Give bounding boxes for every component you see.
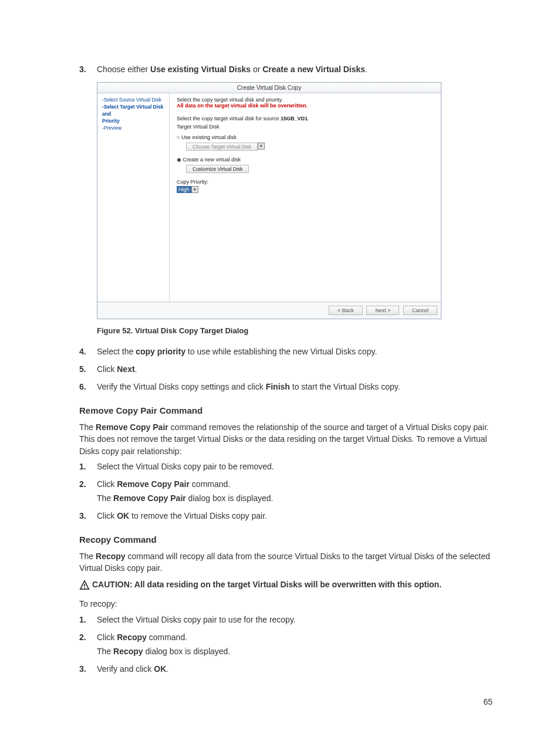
dialog-sidebar: -Select Source Virtual Disk -Select Targ… <box>97 93 170 302</box>
step-4: 4. Select the copy priority to use while… <box>79 347 492 356</box>
step-number: 2. <box>79 479 97 503</box>
step-text: Verify the Virtual Disks copy settings a… <box>97 382 492 391</box>
figure-caption: Figure 52. Virtual Disk Copy Target Dial… <box>97 326 492 335</box>
caution-text: CAUTION: All data residing on the target… <box>92 580 441 589</box>
next-button[interactable]: Next > <box>366 306 399 315</box>
sec2-step-1: 1. Select the Virtual Disks copy pair to… <box>79 615 492 624</box>
step-number: 6. <box>79 382 97 391</box>
step-text: Select the Virtual Disks copy pair to us… <box>97 615 492 624</box>
svg-point-1 <box>84 588 85 589</box>
dialog-main: Select the copy target virtual disk and … <box>170 93 441 302</box>
cancel-button[interactable]: Cancel <box>403 306 437 315</box>
step-number: 3. <box>79 65 97 74</box>
instruction-text: Select the copy target virtual disk and … <box>177 97 436 103</box>
sec2-step-2: 2. Click Recopy command. The Recopy dial… <box>79 633 492 656</box>
step-text: Click Remove Copy Pair command. The Remo… <box>97 479 492 503</box>
sec2-step-3: 3. Verify and click OK. <box>79 664 492 674</box>
step-number: 3. <box>79 664 97 674</box>
step-6: 6. Verify the Virtual Disks copy setting… <box>79 382 492 391</box>
dialog-title: Create Virtual Disk Copy <box>97 83 441 93</box>
step-3: 3. Choose either Use existing Virtual Di… <box>79 65 492 74</box>
paragraph: The Remove Copy Pair command removes the… <box>79 421 492 457</box>
sidebar-step-target: -Select Target Virtual Disk and Priority <box>102 104 167 125</box>
dialog-body: -Select Source Virtual Disk -Select Targ… <box>97 93 441 302</box>
caution-block: CAUTION: All data residing on the target… <box>79 580 492 592</box>
chevron-down-icon: ▾ <box>258 143 265 150</box>
sec1-step-2: 2. Click Remove Copy Pair command. The R… <box>79 479 492 503</box>
back-button[interactable]: < Back <box>329 306 363 315</box>
page-number: 65 <box>79 697 492 706</box>
step-text: Click Next. <box>97 364 492 374</box>
customize-vd-button[interactable]: Customize Virtual Disk <box>186 165 436 173</box>
choose-target-dropdown[interactable]: Choose Target Virtual Disk▾ <box>186 143 436 151</box>
copy-priority-label: Copy Priority: <box>177 179 436 185</box>
step-text: Choose either Use existing Virtual Disks… <box>97 65 492 74</box>
step-text: Select the Virtual Disks copy pair to be… <box>97 462 492 471</box>
chevron-down-icon: ▾ <box>191 186 198 193</box>
step-text: Click OK to remove the Virtual Disks cop… <box>97 511 492 520</box>
paragraph: To recopy: <box>79 598 492 610</box>
copy-priority-select[interactable]: High▾ <box>177 186 436 193</box>
target-vd-label: Target Virtual Disk <box>177 124 436 130</box>
step-number: 1. <box>79 615 97 624</box>
step-number: 5. <box>79 364 97 374</box>
step-number: 2. <box>79 633 97 656</box>
heading-recopy: Recopy Command <box>79 535 492 545</box>
step-number: 4. <box>79 347 97 356</box>
sec1-step-1: 1. Select the Virtual Disks copy pair to… <box>79 462 492 471</box>
heading-remove-copy-pair: Remove Copy Pair Command <box>79 405 492 415</box>
step-number: 1. <box>79 462 97 471</box>
step-5: 5. Click Next. <box>79 364 492 374</box>
radio-create-new[interactable]: ◉ Create a new virtual disk <box>177 157 436 163</box>
paragraph: The Recopy command will recopy all data … <box>79 550 492 574</box>
caution-icon <box>79 580 92 592</box>
dialog-screenshot: Create Virtual Disk Copy -Select Source … <box>97 82 441 319</box>
sidebar-step-preview: -Preview <box>102 125 167 132</box>
radio-selected-icon: ◉ <box>177 157 181 163</box>
step-text: Click Recopy command. The Recopy dialog … <box>97 633 492 656</box>
select-target-text: Select the copy target virtual disk for … <box>177 116 436 121</box>
step-number: 3. <box>79 511 97 520</box>
sec1-step-3: 3. Click OK to remove the Virtual Disks … <box>79 511 492 520</box>
step-text: Verify and click OK. <box>97 664 492 674</box>
radio-icon: ○ <box>177 134 180 140</box>
radio-use-existing[interactable]: ○ Use existing virtual disk <box>177 134 436 140</box>
step-text: Select the copy priority to use while es… <box>97 347 492 356</box>
warning-text: All data on the target virtual disk will… <box>177 103 436 109</box>
sidebar-step-source: -Select Source Virtual Disk <box>102 97 167 104</box>
dialog-footer: < Back Next > Cancel <box>97 302 441 319</box>
